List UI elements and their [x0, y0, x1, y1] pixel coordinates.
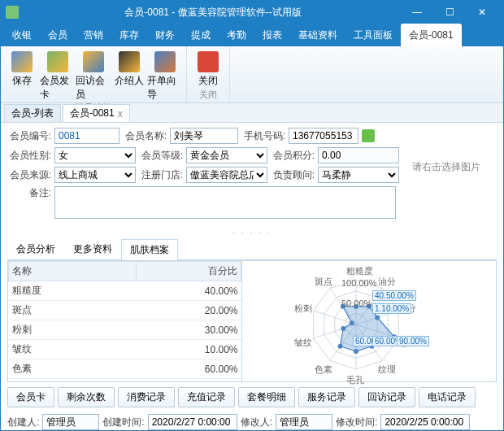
record-btn-7[interactable]: 电话记录	[419, 387, 476, 407]
record-btn-4[interactable]: 套餐明细	[238, 387, 295, 407]
col-pct[interactable]: 百分比	[137, 262, 241, 281]
svg-point-21	[338, 344, 343, 349]
menu-8[interactable]: 基础资料	[290, 24, 345, 46]
menu-2[interactable]: 营销	[76, 24, 111, 46]
menu-0[interactable]: 收银	[4, 24, 40, 46]
menu-4[interactable]: 财务	[147, 24, 183, 46]
menu-5[interactable]: 提成	[183, 24, 219, 46]
sex-select[interactable]: 女	[54, 147, 136, 163]
sub-tab-1[interactable]: 更多资料	[64, 238, 121, 259]
app-icon	[6, 6, 19, 19]
ribbon-wizard[interactable]: 开单向导	[147, 48, 183, 102]
phone-icon[interactable]	[362, 129, 375, 142]
document-tabs: 会员-列表会员-0081x	[1, 103, 503, 123]
close-icon	[198, 51, 219, 72]
separator: · · · · ·	[1, 227, 503, 238]
mtime-label: 修改时间:	[336, 416, 377, 429]
modifier-label: 修改人:	[241, 416, 272, 429]
member-name-input[interactable]	[170, 128, 238, 144]
ribbon-label: 开单向导	[147, 74, 183, 102]
doc-tab-1[interactable]: 会员-0081x	[63, 104, 130, 122]
radar-axis-label: 皱纹	[294, 337, 312, 349]
regstore-select[interactable]: 傲蓝美容院总店	[186, 167, 267, 183]
label-regstore: 注册门店:	[139, 168, 183, 182]
ribbon-label: 回访会员	[76, 74, 111, 102]
ribbon-issue-card[interactable]: 会员发卡	[40, 48, 76, 102]
label-id: 会员编号:	[7, 129, 51, 143]
ribbon-save[interactable]: 保存	[4, 48, 40, 102]
table-row[interactable]: 粉刺30.00%	[9, 320, 241, 340]
sub-tab-2[interactable]: 肌肤档案	[121, 239, 178, 260]
member-form: 会员编号: 会员名称: 手机号码: 会员性别: 女 会员等级: 黄金会员 会员积…	[1, 123, 503, 227]
mtime-field	[380, 414, 470, 430]
creator-field	[42, 414, 99, 430]
record-btn-6[interactable]: 回访记录	[358, 387, 415, 407]
col-name[interactable]: 名称	[9, 262, 137, 281]
menu-1[interactable]: 会员	[40, 24, 76, 46]
remark-textarea[interactable]	[54, 186, 396, 219]
table-row[interactable]: 皱纹10.00%	[9, 340, 241, 359]
sub-tab-0[interactable]: 会员分析	[7, 238, 64, 259]
points-input[interactable]	[318, 147, 399, 163]
label-grade: 会员等级:	[139, 149, 183, 163]
doc-tab-0[interactable]: 会员-列表	[4, 104, 61, 122]
menu-10[interactable]: 会员-0081	[401, 24, 462, 46]
ctime-label: 创建时间:	[102, 416, 144, 429]
titlebar: 会员-0081 - 傲蓝美容院管理软件--试用版 — ☐ ✕	[1, 1, 503, 24]
menu-7[interactable]: 报表	[254, 24, 290, 46]
close-window-button[interactable]: ✕	[466, 1, 498, 24]
label-sex: 会员性别:	[7, 149, 51, 163]
record-btn-5[interactable]: 服务记录	[298, 387, 355, 407]
radar-axis-label: 毛孔	[346, 374, 364, 386]
phone-input[interactable]	[289, 128, 358, 144]
wizard-icon	[154, 51, 176, 72]
svg-point-22	[341, 326, 345, 331]
close-tab-icon[interactable]: x	[118, 108, 123, 120]
photo-placeholder: 请右击选择图片	[407, 128, 485, 174]
skin-detail: 名称 百分比 粗糙度40.00%斑点20.00%粉刺30.00%皱纹10.00%…	[7, 260, 497, 382]
label-points: 会员积分:	[271, 149, 315, 163]
referrer-icon	[119, 51, 140, 72]
ribbon-label: 关闭	[198, 74, 218, 88]
record-btn-0[interactable]: 会员卡	[7, 387, 54, 407]
menu-6[interactable]: 考勤	[219, 24, 254, 46]
label-name: 会员名称:	[123, 129, 167, 143]
creator-label: 创建人:	[7, 416, 39, 429]
ctime-field	[148, 414, 237, 430]
ribbon-close[interactable]: 关闭	[190, 48, 226, 88]
consult-select[interactable]: 马柔静	[318, 167, 399, 183]
save-icon	[11, 51, 33, 72]
sub-tabs: 会员分析更多资料肌肤档案	[7, 238, 497, 260]
label-phone: 手机号码:	[241, 129, 285, 143]
ribbon-revisit[interactable]: 回访会员	[76, 48, 111, 102]
menu-9[interactable]: 工具面板	[345, 24, 401, 46]
minimize-button[interactable]: —	[401, 1, 433, 24]
ribbon-label: 介绍人	[115, 74, 144, 88]
ribbon: 保存会员发卡回访会员介绍人开单向导记录编辑关闭关闭	[1, 46, 503, 103]
record-btn-2[interactable]: 消费记录	[118, 387, 175, 407]
chart-data-label: 90.00%	[397, 336, 429, 346]
grade-select[interactable]: 黄金会员	[186, 147, 267, 163]
source-select[interactable]: 线上商城	[54, 167, 136, 183]
skin-table[interactable]: 名称 百分比 粗糙度40.00%斑点20.00%粉刺30.00%皱纹10.00%…	[8, 261, 242, 381]
menu-3[interactable]: 库存	[111, 24, 147, 46]
record-btn-3[interactable]: 充值记录	[178, 387, 235, 407]
table-row[interactable]: 色素60.00%	[9, 359, 241, 379]
radar-axis-label: 粗糙度	[346, 265, 373, 277]
table-row[interactable]: 粗糙度40.00%	[9, 281, 241, 301]
window-title: 会员-0081 - 傲蓝美容院管理软件--试用版	[25, 6, 401, 20]
photo-panel[interactable]: 请右击选择图片	[407, 128, 497, 222]
maximize-button[interactable]: ☐	[433, 1, 466, 24]
issue-card-icon	[47, 51, 68, 72]
record-buttons: 会员卡剩余次数消费记录充值记录套餐明细服务记录回访记录电话记录	[1, 382, 503, 412]
table-row[interactable]: 毛孔60.00%	[9, 379, 241, 382]
chart-data-label: 40.50.00%	[372, 290, 416, 301]
member-id-input[interactable]	[54, 128, 119, 144]
svg-point-23	[350, 320, 354, 325]
table-row[interactable]: 斑点20.00%	[9, 301, 241, 320]
ribbon-label: 会员发卡	[40, 74, 76, 102]
record-btn-1[interactable]: 剩余次数	[58, 387, 115, 407]
ribbon-referrer[interactable]: 介绍人	[111, 48, 147, 102]
label-source: 会员来源:	[7, 168, 51, 182]
revisit-icon	[83, 51, 104, 72]
